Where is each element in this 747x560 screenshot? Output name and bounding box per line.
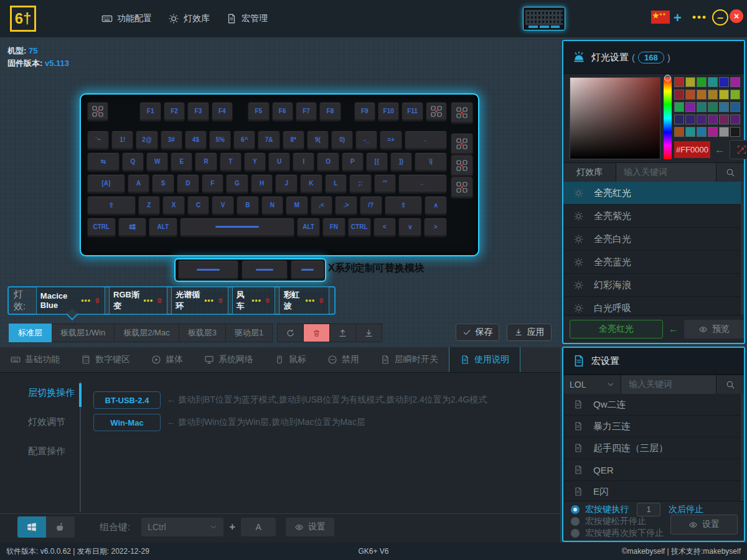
menu-item[interactable]: 宏管理 (226, 13, 268, 24)
effect-more-dots[interactable]: ••• (306, 296, 316, 305)
effect-search-input[interactable]: 输入关键词 (616, 163, 716, 182)
effect-search-button[interactable] (716, 163, 744, 182)
radio-icon[interactable] (571, 529, 580, 538)
function-tab[interactable]: 系统网络 (194, 347, 264, 372)
close-button[interactable]: × (730, 9, 743, 23)
key[interactable]: \| (415, 152, 447, 172)
key[interactable]: [{ (366, 152, 388, 172)
color-swatch[interactable] (708, 77, 718, 87)
key[interactable]: Y (244, 152, 266, 172)
key[interactable]: 9( (307, 131, 329, 150)
color-picker-tool-button[interactable] (730, 140, 747, 159)
radio-icon[interactable] (571, 517, 580, 526)
effect-library-tab[interactable]: 灯效库 (563, 163, 616, 182)
color-swatch[interactable] (685, 90, 695, 100)
key[interactable]: K (300, 174, 322, 194)
key[interactable]: 5% (209, 131, 231, 150)
key[interactable]: F5 (248, 102, 269, 121)
color-swatch[interactable] (685, 77, 695, 87)
windows-mode-button[interactable] (17, 516, 46, 538)
key[interactable]: F8 (319, 102, 341, 121)
key[interactable]: ∨ (398, 218, 421, 237)
key[interactable]: U (268, 152, 290, 172)
color-swatch[interactable] (719, 77, 729, 87)
layer-tab[interactable]: 板载层3 (179, 324, 226, 342)
color-swatch[interactable] (719, 90, 729, 100)
apply-button[interactable]: 应用 (507, 324, 552, 341)
color-swatch[interactable] (730, 114, 740, 124)
key[interactable]: F1 (139, 102, 161, 121)
key[interactable]: ;: (349, 174, 372, 194)
macro-list-item[interactable]: 暴力三连 (563, 416, 744, 437)
key[interactable]: =+ (380, 131, 402, 150)
macro-group-select[interactable]: LOL (563, 375, 621, 394)
side-custom-key[interactable] (451, 177, 473, 198)
key[interactable]: N (261, 196, 284, 215)
color-swatch[interactable] (674, 102, 684, 112)
key[interactable]: > (424, 218, 447, 237)
function-tab[interactable]: 数字键区 (70, 347, 141, 372)
delete-effect-icon[interactable] (265, 296, 271, 305)
color-swatch[interactable] (730, 77, 740, 87)
layer-tab[interactable]: 板载层1/Win (52, 324, 115, 342)
effect-list-item[interactable]: 全亮红光 (563, 182, 744, 205)
key[interactable]: F (202, 174, 224, 194)
color-swatch[interactable] (708, 102, 718, 112)
color-swatch[interactable] (685, 114, 695, 124)
key[interactable]: F11 (402, 102, 423, 121)
add-language-button[interactable]: + (674, 10, 682, 26)
key[interactable]: F10 (378, 102, 399, 121)
key[interactable]: ⇆ (87, 152, 120, 172)
delete-effect-icon[interactable] (318, 296, 325, 305)
key[interactable]: .> (335, 196, 357, 215)
key[interactable]: F2 (164, 102, 185, 121)
key[interactable]: CTRL (87, 218, 116, 237)
delete-effect-icon[interactable] (156, 296, 163, 305)
effect-more-dots[interactable]: ••• (204, 296, 214, 305)
current-effect-button[interactable]: 全亮红光 (570, 320, 663, 338)
color-swatch[interactable] (708, 90, 718, 100)
key[interactable]: R (195, 152, 217, 172)
key[interactable]: ALT (297, 218, 320, 237)
more-menu-button[interactable]: ••• (692, 11, 707, 24)
color-swatch[interactable] (697, 90, 707, 100)
menu-item[interactable]: 功能配置 (101, 13, 152, 24)
key[interactable]: ← (405, 131, 447, 150)
menu-item[interactable]: 灯效库 (168, 13, 210, 24)
modifier-select[interactable]: LCtrl (141, 518, 223, 536)
key[interactable] (180, 218, 295, 237)
layer-tab[interactable]: 驱动层1 (226, 324, 273, 342)
module-key[interactable] (291, 260, 324, 280)
key[interactable]: D (177, 174, 199, 194)
hue-handle[interactable] (664, 75, 671, 82)
key[interactable]: ALT (149, 218, 177, 237)
layer-tab[interactable]: 标准层 (9, 324, 52, 342)
key[interactable]: F4 (212, 102, 233, 121)
key[interactable]: Q (122, 152, 144, 172)
key[interactable]: ,< (311, 196, 333, 215)
key[interactable]: ]} (390, 152, 412, 172)
key[interactable]: [A] (87, 174, 125, 194)
key[interactable]: 8* (283, 131, 304, 150)
key[interactable]: ← (398, 174, 447, 194)
key[interactable]: G (226, 174, 248, 194)
color-swatch[interactable] (708, 127, 718, 137)
macro-list-item[interactable]: 起手四连（三层） (563, 437, 744, 459)
instruction-button[interactable]: Win-Mac (93, 414, 161, 431)
combo-key-field[interactable]: A (241, 518, 276, 536)
key[interactable]: C (187, 196, 210, 215)
color-swatch[interactable] (697, 127, 707, 137)
key[interactable]: `~ (87, 131, 109, 150)
key[interactable]: 4$ (185, 131, 207, 150)
key[interactable]: B (237, 196, 259, 215)
exec-count-input[interactable]: 1 (637, 503, 660, 516)
color-swatch[interactable] (708, 114, 718, 124)
color-swatch[interactable] (697, 77, 707, 87)
effect-tag[interactable]: 风车••• (232, 286, 276, 315)
key[interactable]: F7 (296, 102, 317, 121)
key[interactable]: < (374, 218, 397, 237)
key[interactable]: CTRL (348, 218, 371, 237)
color-swatch[interactable] (730, 90, 740, 100)
hex-value-field[interactable]: #FF0000 (674, 141, 710, 158)
key[interactable]: P (342, 152, 364, 172)
